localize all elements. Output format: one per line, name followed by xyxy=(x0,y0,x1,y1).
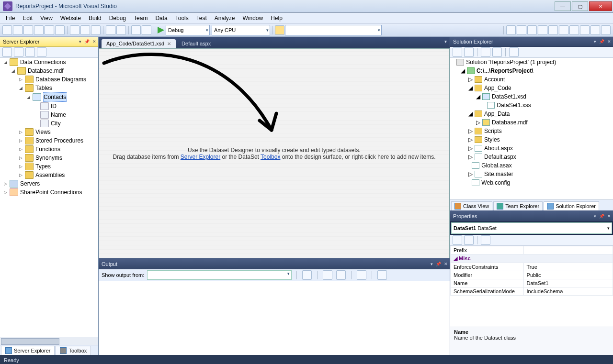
expander-icon[interactable]: ◢ xyxy=(461,66,465,75)
expander-icon[interactable]: ▷ xyxy=(18,75,23,84)
tab-overflow-icon[interactable]: ▾ xyxy=(444,39,447,44)
panel-dropdown-icon[interactable]: ▾ xyxy=(430,262,434,266)
expander-icon[interactable]: ▷ xyxy=(468,144,473,153)
menu-team[interactable]: Team xyxy=(130,15,151,22)
node-functions[interactable]: Functions xyxy=(35,145,60,154)
node-appdata[interactable]: App_Data xyxy=(484,110,510,118)
node-assemblies[interactable]: Assemblies xyxy=(35,171,65,179)
tool-icon-6[interactable] xyxy=(559,25,568,35)
output-header[interactable]: Output ▾ 📌 ✕ xyxy=(99,259,450,269)
panel-dropdown-icon[interactable]: ▾ xyxy=(593,39,597,44)
tool-icon-7[interactable] xyxy=(569,25,579,35)
expander-icon[interactable]: ◢ xyxy=(476,92,480,101)
tool-icon-5[interactable] xyxy=(548,25,558,35)
expander-icon[interactable]: ▷ xyxy=(18,136,23,145)
node-sharepoint[interactable]: SharePoint Connections xyxy=(20,188,82,197)
expander-icon[interactable]: ◢ xyxy=(468,84,473,92)
panel-pin-icon[interactable]: 📌 xyxy=(598,214,605,219)
tab-solution-explorer[interactable]: Solution Explorer xyxy=(544,201,599,210)
sol-properties-button[interactable] xyxy=(509,47,519,57)
tab-toolbox[interactable]: Toolbox xyxy=(56,346,91,355)
close-button[interactable]: ✕ xyxy=(589,1,612,11)
find-button[interactable] xyxy=(275,25,284,35)
node-web[interactable]: Web.config xyxy=(481,178,510,187)
menu-view[interactable]: View xyxy=(36,15,57,22)
output-find-button[interactable] xyxy=(302,270,312,280)
toolbox-link[interactable]: Toolbox xyxy=(261,154,280,160)
node-dataset1[interactable]: DataSet1.xsd xyxy=(492,92,526,101)
node-data-connections[interactable]: Data Connections xyxy=(20,58,66,66)
horizontal-scrollbar[interactable] xyxy=(0,337,98,345)
expander-icon[interactable]: ▷ xyxy=(3,188,8,197)
redo-button[interactable] xyxy=(116,25,126,35)
save-all-button[interactable] xyxy=(55,25,65,35)
menu-data[interactable]: Data xyxy=(151,15,171,22)
expander-icon[interactable]: ▷ xyxy=(3,179,8,188)
node-styles[interactable]: Styles xyxy=(484,135,500,144)
tab-server-explorer[interactable]: Server Explorer xyxy=(1,346,55,355)
output-next-button[interactable] xyxy=(336,270,346,280)
new-file-button[interactable] xyxy=(13,25,23,35)
connect-button[interactable] xyxy=(2,47,12,57)
expander-icon[interactable]: ▷ xyxy=(468,153,473,161)
node-col-name[interactable]: Name xyxy=(51,110,66,119)
expander-icon[interactable]: ▷ xyxy=(18,145,23,154)
server-explorer-header[interactable]: Server Explorer ▾ 📌 ✕ xyxy=(0,37,98,47)
menu-test[interactable]: Test xyxy=(193,15,211,22)
panel-pin-icon[interactable]: 📌 xyxy=(83,39,91,44)
scrollbar-thumb[interactable] xyxy=(1,338,59,345)
output-body[interactable] xyxy=(99,281,450,355)
node-views[interactable]: Views xyxy=(35,128,51,136)
expander-icon[interactable]: ◢ xyxy=(11,66,15,75)
output-source-dropdown[interactable] xyxy=(147,270,292,280)
start-debug-icon[interactable] xyxy=(158,27,164,33)
undo-button[interactable] xyxy=(106,25,115,35)
maximize-button[interactable]: ▢ xyxy=(572,1,588,11)
node-servers[interactable]: Servers xyxy=(20,179,40,188)
node-databasemdf[interactable]: Database.mdf xyxy=(492,118,528,127)
minimize-button[interactable]: — xyxy=(555,1,571,11)
menu-debug[interactable]: Debug xyxy=(105,15,130,22)
new-project-button[interactable] xyxy=(2,25,12,35)
expander-icon[interactable]: ▷ xyxy=(18,154,23,162)
menu-build[interactable]: Build xyxy=(85,15,105,22)
expander-icon[interactable]: ▷ xyxy=(18,171,23,179)
tool-icon-10[interactable] xyxy=(601,25,611,35)
node-global[interactable]: Global.asax xyxy=(481,161,511,170)
alphabetical-button[interactable] xyxy=(464,235,474,245)
node-default[interactable]: Default.aspx xyxy=(484,153,516,161)
panel-dropdown-icon[interactable]: ▾ xyxy=(78,39,82,44)
add-connection-button[interactable] xyxy=(37,47,46,57)
node-solution[interactable]: Solution 'ReportsProject' (1 project) xyxy=(466,58,556,66)
node-dataset1xss[interactable]: DataSet1.xss xyxy=(497,101,531,110)
node-database[interactable]: Database.mdf xyxy=(28,66,64,75)
node-col-city[interactable]: City xyxy=(51,119,61,128)
nav-fwd-button[interactable] xyxy=(142,25,151,35)
refresh-button[interactable] xyxy=(14,47,23,57)
panel-close-icon[interactable]: ✕ xyxy=(443,262,449,266)
tab-class-view[interactable]: Class View xyxy=(451,201,492,210)
sol-showall-button[interactable] xyxy=(492,47,502,57)
expander-icon[interactable]: ◢ xyxy=(26,93,31,101)
nav-back-button[interactable] xyxy=(131,25,141,35)
node-account[interactable]: Account xyxy=(484,75,505,84)
menu-edit[interactable]: Edit xyxy=(19,15,36,22)
menu-help[interactable]: Help xyxy=(267,15,286,22)
output-prev-button[interactable] xyxy=(323,270,332,280)
node-tables[interactable]: Tables xyxy=(35,84,52,92)
node-col-id[interactable]: ID xyxy=(51,102,57,110)
expander-icon[interactable]: ▷ xyxy=(476,118,480,127)
expander-icon[interactable]: ▷ xyxy=(468,170,473,178)
node-diagrams[interactable]: Database Diagrams xyxy=(35,75,86,84)
open-file-button[interactable] xyxy=(34,25,44,35)
node-sprocs[interactable]: Stored Procedures xyxy=(35,136,83,145)
tool-icon-2[interactable] xyxy=(517,25,526,35)
tab-default-aspx[interactable]: Default.aspx xyxy=(177,39,216,48)
output-wrap-button[interactable] xyxy=(377,270,387,280)
tool-icon-4[interactable] xyxy=(538,25,547,35)
panel-pin-icon[interactable]: 📌 xyxy=(435,262,442,266)
cut-button[interactable] xyxy=(70,25,79,35)
add-item-button[interactable] xyxy=(23,25,33,35)
tab-team-explorer[interactable]: Team Explorer xyxy=(493,201,543,210)
expander-icon[interactable]: ▷ xyxy=(468,75,473,84)
